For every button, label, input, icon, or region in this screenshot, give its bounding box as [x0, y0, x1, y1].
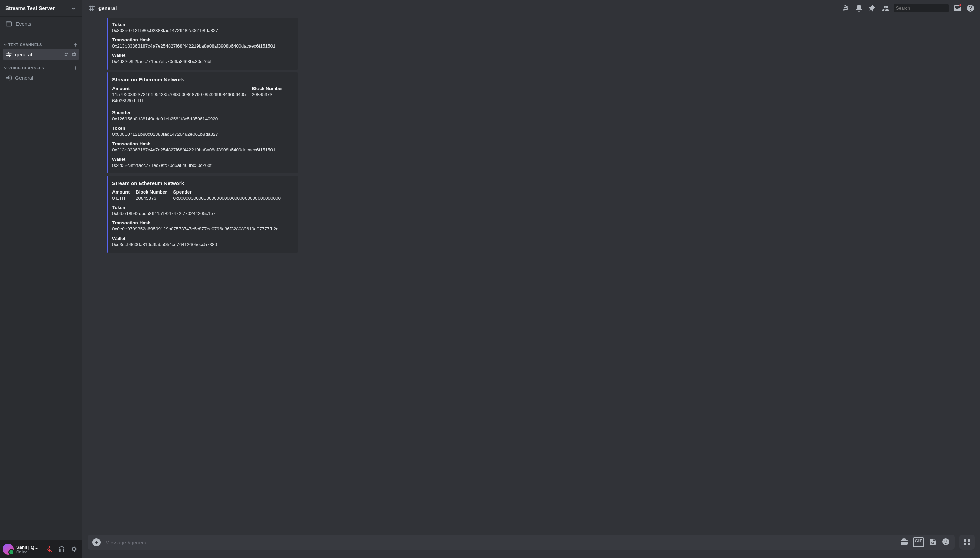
embed-field-value: 0x00000000000000000000000000000000000000…	[173, 195, 281, 201]
emoji-button[interactable]	[942, 537, 950, 547]
embed-field-row: Amount0 ETHBlock Number20845373Spender0x…	[112, 189, 293, 201]
embed-field-value: 0x213b83368187c4a7e254827f68f442219ba8a0…	[112, 147, 293, 153]
apps-icon	[963, 538, 971, 547]
events-label: Events	[16, 21, 31, 27]
message-input-container: GIF	[87, 535, 955, 550]
chevron-down-icon	[3, 43, 8, 47]
embed-field: Spender0x126156b0d38149edc01eb2581f8c5d8…	[112, 110, 218, 122]
deafen-button[interactable]	[56, 544, 67, 555]
channel-name: general	[15, 52, 61, 57]
embed-field-value: 0x808507121b80c02388fad14726482e061b8da8…	[112, 131, 293, 138]
sticker-button[interactable]	[929, 537, 937, 547]
embed-field-value: 0x808507121b80c02388fad14726482e061b8da8…	[112, 28, 293, 34]
message-input[interactable]	[105, 540, 895, 545]
embed-field: Token0x808507121b80c02388fad14726482e061…	[112, 22, 293, 34]
channel-topbar: general	[82, 0, 980, 16]
voice-channels-label: VOICE CHANNELS	[8, 66, 44, 70]
embed-field: Spender0x0000000000000000000000000000000…	[173, 189, 281, 201]
embed-field: Amount1157920892373161954235709850086879…	[112, 86, 246, 104]
embed-field-name: Spender	[112, 110, 218, 115]
embed-title: Stream on Ethereum Network	[112, 180, 293, 186]
embed-field-value: 0xd3dc99600a810cf6abb054ce76412605ecc573…	[112, 242, 293, 248]
embed-field-name: Block Number	[136, 189, 167, 195]
message-list[interactable]: Token0x808507121b80c02388fad14726482e061…	[82, 16, 980, 535]
invite-icon[interactable]	[64, 52, 69, 57]
bell-icon	[855, 4, 863, 12]
message-embed: Stream on Ethereum NetworkAmount0 ETHBlo…	[107, 176, 298, 253]
channel-title: general	[98, 5, 117, 11]
chevron-down-icon	[3, 66, 8, 70]
embed-field-value: 20845373	[252, 92, 283, 98]
attach-button[interactable]	[92, 538, 100, 547]
server-name: Streams Test Server	[5, 5, 55, 11]
mute-mic-button[interactable]	[44, 544, 55, 555]
embed-field-row: Amount1157920892373161954235709850086879…	[112, 86, 293, 122]
server-header[interactable]: Streams Test Server	[0, 0, 82, 16]
apps-button[interactable]	[959, 535, 975, 550]
plus-icon	[94, 540, 99, 545]
embed-field-value: 0x4d32c8ff2facc771ec7efc70d6a8468bc30c26…	[112, 162, 293, 169]
member-list-button[interactable]	[881, 4, 889, 12]
embed-field-name: Transaction Hash	[112, 220, 293, 225]
gift-button[interactable]	[900, 537, 908, 547]
channel-actions	[64, 52, 77, 57]
notifications-button[interactable]	[855, 4, 863, 12]
svg-rect-2	[964, 539, 966, 542]
embed-field-name: Token	[112, 22, 293, 27]
svg-rect-0	[7, 21, 11, 26]
embed-field: Block Number20845373	[252, 86, 283, 104]
user-info[interactable]: Sahil | Qui... Online	[16, 545, 41, 554]
notification-dot	[959, 4, 962, 7]
embed-field-name: Block Number	[252, 86, 283, 91]
threads-icon	[842, 4, 850, 12]
svg-rect-4	[964, 543, 966, 545]
voice-channel-general[interactable]: General	[3, 72, 79, 83]
text-channel-general[interactable]: general	[3, 49, 79, 60]
embed-field: Transaction Hash0x0e0d9799352a69599129b0…	[112, 220, 293, 232]
pinned-messages-button[interactable]	[868, 4, 876, 12]
embed-field: Wallet0xd3dc99600a810cf6abb054ce76412605…	[112, 236, 293, 248]
user-name: Sahil | Qui...	[16, 545, 41, 550]
threads-button[interactable]	[842, 4, 850, 12]
gear-icon	[71, 546, 77, 553]
inbox-button[interactable]	[953, 4, 962, 12]
user-status: Online	[16, 550, 41, 554]
embed-field-value: 0x126156b0d38149edc01eb2581f8c5d85061409…	[112, 116, 218, 122]
emoji-icon	[942, 537, 950, 546]
avatar[interactable]	[3, 544, 14, 555]
embed-field: Token0x808507121b80c02388fad14726482e061…	[112, 125, 293, 138]
gif-button[interactable]: GIF	[913, 537, 924, 547]
embed-title: Stream on Ethereum Network	[112, 77, 293, 82]
channel-name: General	[15, 75, 77, 81]
user-settings-button[interactable]	[68, 544, 79, 555]
embed-field-name: Token	[112, 205, 293, 210]
chevron-down-icon	[71, 5, 77, 11]
sticker-icon	[929, 537, 937, 546]
embed-field: Token0x9fbe18b42dbda8641a182f7472f770244…	[112, 205, 293, 217]
svg-rect-5	[968, 543, 970, 545]
gear-icon[interactable]	[71, 52, 77, 57]
embed-field-value: 0x4d32c8ff2facc771ec7efc70d6a8468bc30c26…	[112, 59, 293, 65]
embed-field-name: Spender	[173, 189, 281, 195]
help-button[interactable]	[966, 4, 975, 12]
embed-field: Wallet0x4d32c8ff2facc771ec7efc70d6a8468b…	[112, 53, 293, 65]
voice-channels-header[interactable]: VOICE CHANNELS	[3, 60, 79, 72]
add-channel-icon[interactable]	[72, 42, 78, 48]
add-channel-icon[interactable]	[72, 65, 78, 71]
hash-icon	[87, 4, 96, 12]
search-box[interactable]	[894, 4, 949, 12]
embed-field-name: Transaction Hash	[112, 141, 293, 146]
embed-field-value: 1157920892373161954235709850086879078532…	[112, 92, 246, 104]
events-item[interactable]: Events	[3, 16, 79, 31]
gift-icon	[900, 537, 908, 546]
embed-field-name: Wallet	[112, 157, 293, 162]
search-input[interactable]	[896, 5, 953, 11]
embed-field-value: 0x0e0d9799352a69599129b07573747e5c877ee0…	[112, 226, 293, 232]
svg-rect-3	[968, 539, 970, 542]
embed-field: Block Number20845373	[136, 189, 167, 201]
embed-field-name: Amount	[112, 189, 130, 195]
embed-field-name: Amount	[112, 86, 246, 91]
embed-field-value: 0 ETH	[112, 195, 130, 201]
embed-field: Transaction Hash0x213b83368187c4a7e25482…	[112, 37, 293, 49]
text-channels-header[interactable]: TEXT CHANNELS	[3, 36, 79, 49]
